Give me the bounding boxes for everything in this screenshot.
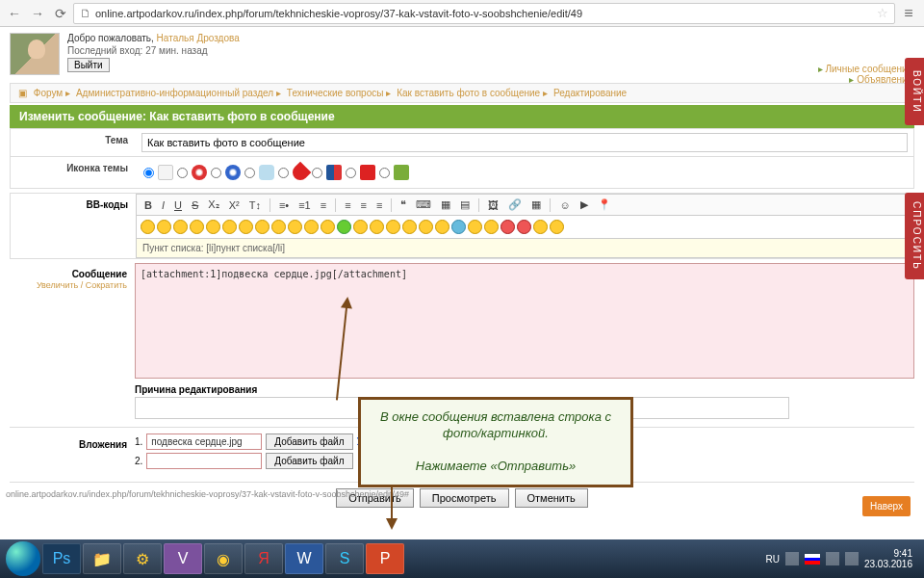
tray-icon[interactable] bbox=[845, 552, 859, 565]
attachment-filename[interactable] bbox=[146, 434, 262, 450]
icon-radio[interactable] bbox=[379, 168, 390, 178]
reload-button[interactable]: ⟳ bbox=[50, 3, 71, 24]
avatar[interactable] bbox=[10, 33, 60, 75]
icon-radio[interactable] bbox=[312, 168, 322, 178]
bc-item[interactable]: Административно-информационный раздел bbox=[76, 88, 273, 98]
taskbar-app[interactable]: 📁 bbox=[83, 543, 121, 574]
taskbar-app[interactable]: V bbox=[164, 543, 202, 574]
smiley-icon[interactable] bbox=[353, 220, 368, 234]
resize-link[interactable]: Увеличить / Сократить bbox=[37, 280, 127, 290]
taskbar-app[interactable]: Ps bbox=[42, 543, 81, 574]
pm-link[interactable]: Личные сообщения bbox=[818, 64, 912, 74]
tray-icon[interactable] bbox=[826, 552, 839, 565]
icon-radio[interactable] bbox=[346, 168, 356, 178]
bold-button[interactable]: B bbox=[141, 198, 155, 212]
smiley-icon[interactable] bbox=[500, 220, 515, 234]
smiley-icon[interactable] bbox=[288, 220, 302, 234]
cancel-button[interactable]: Отменить bbox=[515, 488, 588, 508]
bc-item[interactable]: Технические вопросы bbox=[287, 88, 384, 98]
smiley-icon[interactable] bbox=[550, 220, 564, 234]
url-input[interactable] bbox=[95, 8, 873, 19]
bookmark-icon[interactable]: ☆ bbox=[877, 6, 888, 20]
code-button[interactable]: ⌨ bbox=[413, 197, 434, 212]
start-button[interactable] bbox=[6, 541, 40, 576]
taskbar-app[interactable]: W bbox=[285, 543, 323, 574]
logout-button[interactable]: Выйти bbox=[67, 58, 110, 72]
smiley-icon[interactable] bbox=[141, 220, 155, 234]
quote-button[interactable]: ❝ bbox=[398, 197, 409, 212]
icon-radio[interactable] bbox=[177, 168, 188, 178]
spoiler-button[interactable]: ▦ bbox=[438, 197, 453, 212]
icon-radio[interactable] bbox=[143, 168, 154, 178]
browser-menu-button[interactable]: ≡ bbox=[897, 2, 920, 25]
smiley-icon[interactable] bbox=[222, 220, 237, 234]
align-right-button[interactable]: ≡ bbox=[373, 198, 385, 212]
smiley-icon[interactable] bbox=[484, 220, 499, 234]
smiley-icon[interactable] bbox=[337, 220, 351, 234]
ul-button[interactable]: ≡• bbox=[276, 198, 292, 212]
underline-button[interactable]: U bbox=[171, 198, 185, 212]
smiley-icon[interactable] bbox=[370, 220, 384, 234]
ask-tab[interactable]: СПРОСИТЬ bbox=[905, 193, 924, 279]
home-icon[interactable]: ▣ bbox=[18, 88, 27, 98]
map-button[interactable]: 📍 bbox=[595, 197, 614, 212]
tray-icon[interactable] bbox=[785, 552, 799, 565]
smiley-icon[interactable] bbox=[190, 220, 204, 234]
size-button[interactable]: T↕ bbox=[246, 198, 264, 212]
smiley-icon[interactable] bbox=[255, 220, 270, 234]
forward-button[interactable]: → bbox=[27, 3, 48, 24]
smiley-icon[interactable] bbox=[157, 220, 171, 234]
preview-button[interactable]: Просмотреть bbox=[420, 488, 509, 508]
icon-radio[interactable] bbox=[211, 168, 221, 178]
smiley-icon[interactable] bbox=[206, 220, 220, 234]
back-button[interactable]: ← bbox=[4, 3, 25, 24]
icon-radio[interactable] bbox=[278, 168, 289, 178]
taskbar-app[interactable]: ◉ bbox=[204, 543, 243, 574]
icon-radio[interactable] bbox=[244, 168, 255, 178]
taskbar-app[interactable]: S bbox=[325, 543, 364, 574]
li-button[interactable]: ≡ bbox=[318, 198, 329, 212]
ol-button[interactable]: ≡1 bbox=[295, 198, 314, 212]
taskbar-app[interactable]: P bbox=[366, 543, 404, 574]
sub-button[interactable]: X₂ bbox=[205, 197, 221, 212]
align-center-button[interactable]: ≡ bbox=[358, 198, 370, 212]
smiley-icon[interactable] bbox=[321, 220, 335, 234]
smiley-icon[interactable] bbox=[451, 220, 466, 234]
smiley-icon[interactable] bbox=[517, 220, 531, 234]
smiley-icon[interactable] bbox=[271, 220, 286, 234]
smiley-icon[interactable] bbox=[386, 220, 400, 234]
italic-button[interactable]: I bbox=[159, 198, 167, 212]
bc-item[interactable]: Форум bbox=[34, 88, 63, 98]
add-file-button[interactable]: Добавить файл bbox=[266, 434, 352, 450]
smiley-icon[interactable] bbox=[435, 220, 449, 234]
color-button[interactable]: ▦ bbox=[528, 197, 544, 212]
subject-input[interactable] bbox=[141, 133, 908, 152]
align-left-button[interactable]: ≡ bbox=[342, 198, 353, 212]
taskbar-app[interactable]: Я bbox=[244, 543, 283, 574]
lang-indicator[interactable]: RU bbox=[765, 554, 779, 565]
smiley-button[interactable]: ☺ bbox=[556, 198, 573, 212]
smiley-icon[interactable] bbox=[402, 220, 417, 234]
hide-button[interactable]: ▤ bbox=[457, 197, 473, 212]
smiley-icon[interactable] bbox=[304, 220, 319, 234]
taskbar-app[interactable]: ⚙ bbox=[123, 543, 162, 574]
clock[interactable]: 9:41 23.03.2016 bbox=[864, 548, 912, 569]
image-button[interactable]: 🖼 bbox=[485, 198, 501, 212]
ads-link[interactable]: Объявления bbox=[818, 74, 912, 85]
bc-item[interactable]: Как вставить фото в сообщение bbox=[397, 88, 540, 98]
login-tab[interactable]: ВОЙТИ bbox=[905, 58, 924, 125]
flag-icon[interactable] bbox=[805, 554, 820, 565]
attachment-filename[interactable] bbox=[146, 453, 262, 469]
smiley-icon[interactable] bbox=[533, 220, 548, 234]
link-button[interactable]: 🔗 bbox=[505, 197, 525, 212]
sup-button[interactable]: X² bbox=[226, 198, 243, 212]
smiley-icon[interactable] bbox=[239, 220, 253, 234]
address-bar[interactable]: 🗋 ☆ bbox=[73, 3, 895, 24]
strike-button[interactable]: S bbox=[189, 198, 201, 212]
add-file-button[interactable]: Добавить файл bbox=[266, 453, 352, 469]
message-textarea[interactable]: [attachment:1]подвеска сердце.jpg[/attac… bbox=[135, 263, 914, 379]
smiley-icon[interactable] bbox=[173, 220, 188, 234]
smiley-icon[interactable] bbox=[468, 220, 482, 234]
smiley-icon[interactable] bbox=[419, 220, 433, 234]
video-button[interactable]: ▶ bbox=[578, 197, 591, 212]
